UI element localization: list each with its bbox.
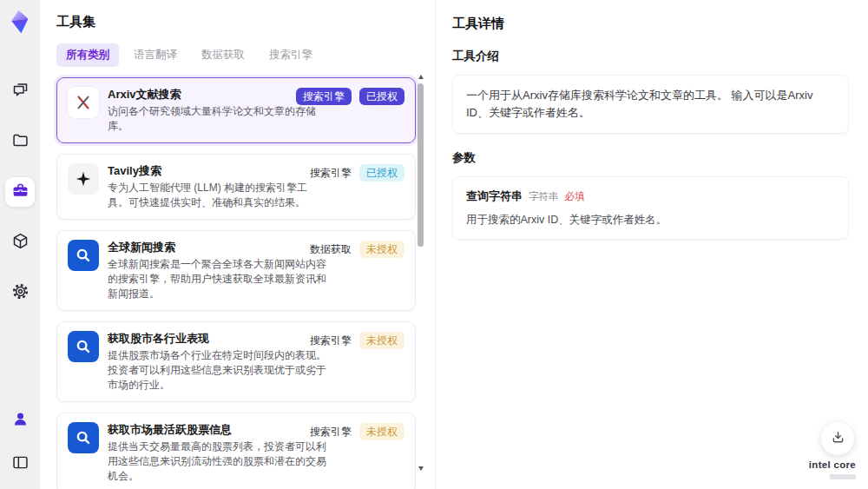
tool-card-tavily-search[interactable]: Tavily搜索 专为人工智能代理 (LLM) 构建的搜索引擎工具。可快速提供实… (56, 154, 416, 220)
sidebar-item-models[interactable] (5, 228, 35, 257)
search-app-icon (68, 240, 99, 271)
page-title: 工具集 (56, 14, 416, 30)
sidebar-item-chat[interactable] (5, 76, 35, 106)
sidebar-collapse-toggle[interactable] (5, 449, 35, 479)
param-card: 查询字符串 字符串 必填 用于搜索的Arxiv ID、关键字或作者姓名。 (452, 176, 849, 240)
search-app-icon (68, 422, 99, 453)
cube-icon (11, 232, 30, 253)
tool-description: 提供股票市场各个行业在特定时间段内的表现。投资者可以利用这些信息来识别表现优于或… (108, 348, 326, 393)
category-label: 数据获取 (310, 242, 352, 257)
tool-description: 专为人工智能代理 (LLM) 构建的搜索引擎工具。可快速提供实时、准确和真实的结… (108, 181, 326, 210)
tavily-star-icon (68, 163, 99, 195)
tool-name: Tavily搜索 (108, 163, 326, 178)
param-description: 用于搜索的Arxiv ID、关键字或作者姓名。 (466, 212, 835, 228)
sidebar (0, 0, 40, 489)
intel-core-wordmark: intel core (809, 459, 856, 470)
scrollbar-down-arrow[interactable] (418, 466, 424, 471)
category-label: 搜索引擎 (310, 166, 352, 181)
tool-name: Arxiv文献搜索 (108, 87, 326, 102)
toolbox-icon (11, 182, 30, 202)
intel-core-logo: intel core (809, 456, 856, 479)
tool-card-global-news-search[interactable]: 全球新闻搜索 全球新闻搜索是一个聚合全球各大新闻网站内容的搜索引擎，帮助用户快速… (56, 230, 416, 311)
tool-name: 获取股市各行业表现 (108, 331, 326, 346)
panel-toggle-icon (11, 453, 30, 474)
scrollbar-up-arrow[interactable] (418, 75, 424, 79)
params-heading: 参数 (452, 150, 849, 166)
tab-search-engine[interactable]: 搜索引擎 (260, 43, 322, 67)
tool-name: 全球新闻搜索 (108, 240, 326, 254)
category-badge: 搜索引擎 (296, 88, 352, 105)
download-icon (830, 429, 846, 449)
auth-badge: 已授权 (359, 88, 404, 105)
tab-language-translation[interactable]: 语言翻译 (124, 43, 187, 67)
intro-heading: 工具介绍 (452, 49, 849, 64)
param-required-flag: 必填 (565, 190, 585, 203)
details-title: 工具详情 (452, 16, 849, 32)
download-button[interactable] (821, 422, 854, 455)
tab-data-fetch[interactable]: 数据获取 (192, 43, 254, 67)
user-icon (11, 410, 30, 431)
tab-all-categories[interactable]: 所有类别 (56, 43, 119, 67)
sidebar-item-tools[interactable] (5, 177, 35, 207)
param-type: 字符串 (529, 190, 559, 203)
search-app-icon (68, 331, 99, 362)
category-tabs: 所有类别 语言翻译 数据获取 搜索引擎 (56, 43, 416, 67)
scrollbar-thumb[interactable] (418, 83, 424, 247)
tool-description: 访问各个研究领域大量科学论文和文章的存储库。 (108, 104, 326, 134)
tool-card-stock-sector-performance[interactable]: 获取股市各行业表现 提供股票市场各个行业在特定时间段内的表现。投资者可以利用这些… (56, 321, 416, 402)
app-logo-icon[interactable] (6, 8, 35, 36)
folder-icon (11, 131, 30, 152)
tool-card-arxiv-search[interactable]: Arxiv文献搜索 访问各个研究领域大量科学论文和文章的存储库。 搜索引擎 已授… (56, 77, 416, 143)
sidebar-item-projects[interactable] (5, 127, 35, 156)
auth-badge: 未授权 (359, 332, 404, 349)
auth-badge: 已授权 (359, 164, 404, 182)
sidebar-item-account[interactable] (5, 406, 35, 435)
intel-core-sub-badge (830, 474, 856, 479)
sidebar-bottom (5, 406, 35, 479)
list-scrollbar[interactable] (418, 75, 424, 476)
tool-details-panel: 工具详情 工具介绍 一个用于从Arxiv存储库搜索科学论文和文章的工具。 输入可… (435, 0, 868, 489)
chat-icon (11, 81, 30, 102)
intro-card: 一个用于从Arxiv存储库搜索科学论文和文章的工具。 输入可以是Arxiv ID… (452, 75, 849, 134)
tool-card-most-active-stocks[interactable]: 获取市场最活跃股票信息 提供当天交易量最高的股票列表，投资者可以利用这些信息来识… (56, 413, 416, 489)
tool-description: 全球新闻搜索是一个聚合全球各大新闻网站内容的搜索引擎，帮助用户快速获取全球最新资… (108, 257, 326, 301)
tool-name: 获取市场最活跃股票信息 (108, 422, 326, 437)
auth-badge: 未授权 (359, 423, 404, 440)
sidebar-item-settings[interactable] (5, 278, 35, 307)
intro-text: 一个用于从Arxiv存储库搜索科学论文和文章的工具。 输入可以是Arxiv ID… (466, 87, 835, 122)
category-label: 搜索引擎 (310, 425, 352, 439)
tool-description: 提供当天交易量最高的股票列表，投资者可以利用这些信息来识别流动性强的股票和潜在的… (108, 439, 326, 484)
category-label: 搜索引擎 (310, 334, 352, 348)
auth-badge: 未授权 (359, 241, 404, 258)
gear-icon (11, 282, 30, 303)
tool-list: Arxiv文献搜索 访问各个研究领域大量科学论文和文章的存储库。 搜索引擎 已授… (56, 77, 416, 489)
app-window: 工具集 所有类别 语言翻译 数据获取 搜索引擎 Arxiv文献搜索 访问各个研究… (0, 0, 868, 489)
tools-panel: 工具集 所有类别 语言翻译 数据获取 搜索引擎 Arxiv文献搜索 访问各个研究… (40, 0, 435, 489)
sidebar-nav (5, 76, 35, 307)
arxiv-icon (68, 87, 99, 118)
param-name: 查询字符串 (466, 188, 523, 204)
